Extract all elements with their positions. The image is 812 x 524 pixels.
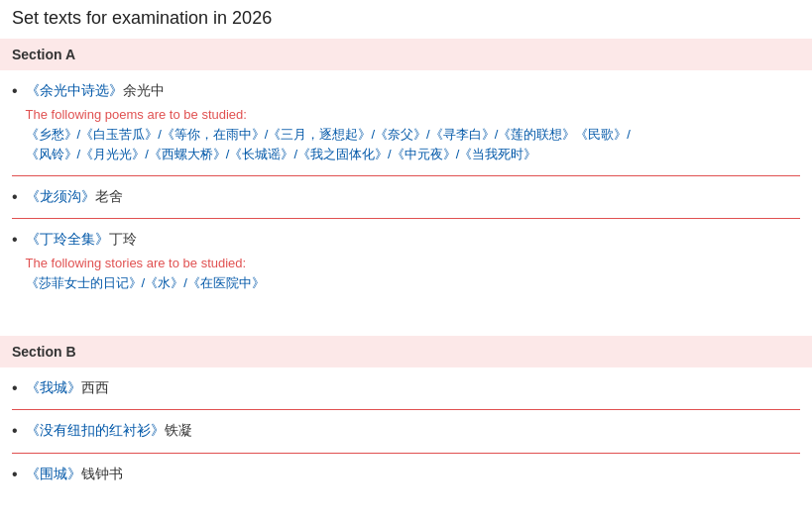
bullet-icon: • (12, 186, 18, 208)
list-item: • 《没有纽扣的红衬衫》铁凝 (12, 410, 800, 453)
page-title: Set texts for examination in 2026 (0, 0, 812, 39)
study-texts: 《莎菲女士的日记》/《水》/《在医院中》 (26, 273, 800, 294)
list-item: • 《我城》西西 (12, 367, 800, 410)
list-item: • 《围城》钱钟书 (12, 454, 800, 495)
section-a-content: • 《余光中诗选》余光中 The following poems are to … (0, 70, 812, 304)
list-item: • 《龙须沟》老舍 (12, 176, 800, 219)
list-item: • 《丁玲全集》丁玲 The following stories are to … (12, 219, 800, 303)
item-content: 《龙须沟》老舍 (26, 186, 800, 207)
item-content: 《围城》钱钟书 (26, 464, 800, 484)
item-author: 丁玲 (109, 231, 137, 247)
section-b-header: Section B (0, 336, 812, 367)
bullet-icon: • (12, 377, 18, 399)
study-note: The following poems are to be studied: (26, 105, 800, 125)
item-content: 《我城》西西 (26, 377, 800, 398)
bullet-icon: • (12, 80, 18, 102)
bullet-icon: • (12, 229, 18, 251)
item-content: 《余光中诗选》余光中 The following poems are to be… (26, 80, 800, 165)
item-title: 《余光中诗选》 (26, 82, 123, 98)
section-b-content: • 《我城》西西 • 《没有纽扣的红衬衫》铁凝 • 《围城》钱钟书 (0, 367, 812, 495)
item-author: 铁凝 (165, 422, 192, 438)
bullet-icon: • (12, 464, 18, 485)
bullet-icon: • (12, 420, 18, 442)
study-note: The following stories are to be studied: (26, 254, 800, 273)
item-content: 《丁玲全集》丁玲 The following stories are to be… (26, 229, 800, 293)
item-title: 《没有纽扣的红衬衫》 (26, 422, 165, 438)
item-title: 《丁玲全集》 (26, 231, 109, 247)
item-author: 余光中 (123, 82, 165, 98)
item-author: 西西 (81, 379, 109, 395)
item-title: 《龙须沟》 (26, 188, 95, 204)
list-item: • 《余光中诗选》余光中 The following poems are to … (12, 70, 800, 176)
section-a-header: Section A (0, 39, 812, 70)
item-title: 《我城》 (26, 379, 81, 395)
study-texts: 《乡愁》/《白玉苦瓜》/《等你，在雨中》/《三月，逐想起》/《奈父》/《寻李白》… (26, 125, 800, 166)
item-title: 《围城》 (26, 466, 81, 481)
item-author: 钱钟书 (81, 466, 123, 481)
item-content: 《没有纽扣的红衬衫》铁凝 (26, 420, 800, 441)
item-author: 老舍 (95, 188, 123, 204)
